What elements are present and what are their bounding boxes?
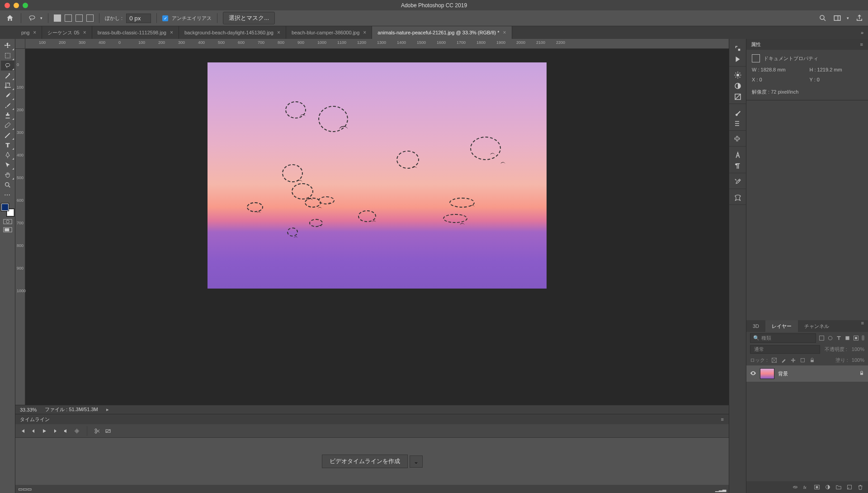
brush-presets-icon[interactable] [734, 109, 742, 117]
search-icon[interactable] [819, 14, 827, 22]
tab-channels[interactable]: チャンネル [798, 320, 835, 332]
move-tool[interactable] [1, 41, 14, 51]
libraries-panel-icon[interactable] [734, 194, 742, 202]
zoom-readout[interactable]: 33.33% [20, 407, 37, 412]
filter-shape-icon[interactable] [844, 335, 850, 341]
select-subtract-icon[interactable] [75, 14, 83, 22]
layer-thumbnail[interactable] [760, 368, 774, 379]
eraser-tool[interactable] [1, 120, 14, 130]
brightness-panel-icon[interactable] [734, 71, 742, 79]
filter-pixel-icon[interactable] [819, 335, 825, 341]
layer-name[interactable]: 背景 [778, 370, 855, 377]
zoom-slider[interactable]: ▁▂▃ [715, 486, 726, 492]
clone-source-icon[interactable] [734, 135, 742, 143]
hand-tool[interactable] [1, 170, 14, 180]
filter-type-icon[interactable] [836, 335, 842, 341]
opacity-value[interactable]: 100% [852, 346, 864, 352]
character-panel-icon[interactable] [734, 151, 742, 159]
timeline-type-chevron-icon[interactable]: ⌄ [410, 455, 423, 468]
close-icon[interactable]: × [83, 29, 86, 36]
edit-toolbar-button[interactable]: ⋯ [1, 190, 14, 200]
group-icon[interactable] [835, 484, 842, 490]
tool-preset-chevron-icon[interactable]: ▾ [40, 16, 42, 20]
tab-beach-bg[interactable]: background-beach-daylight-1451360.jpg× [179, 26, 286, 39]
magic-wand-tool[interactable] [1, 71, 14, 81]
lasso-tool[interactable] [1, 61, 14, 71]
scissors-icon[interactable] [94, 428, 100, 434]
filter-adjust-icon[interactable] [827, 335, 833, 341]
play-icon[interactable] [42, 428, 47, 434]
layer-row-background[interactable]: 背景 [746, 365, 868, 382]
paragraph-panel-icon[interactable] [734, 162, 742, 170]
crop-tool[interactable] [1, 81, 14, 90]
lock-paint-icon[interactable] [781, 357, 787, 363]
pen-tool[interactable] [1, 150, 14, 160]
lasso-tool-icon[interactable] [27, 13, 38, 24]
tab-sequence[interactable]: シーケンス 05× [42, 26, 92, 39]
styles-panel-icon[interactable] [734, 93, 742, 101]
fill-value[interactable]: 100% [852, 357, 864, 363]
link-layers-icon[interactable] [792, 484, 798, 490]
marquee-tool[interactable] [1, 51, 14, 61]
history-panel-icon[interactable] [734, 44, 742, 52]
select-new-icon[interactable] [54, 14, 61, 22]
close-icon[interactable]: × [363, 29, 366, 36]
close-icon[interactable]: × [170, 29, 173, 36]
lock-artboard-icon[interactable] [800, 357, 806, 363]
panel-menu-icon[interactable]: ≡ [721, 417, 724, 422]
trash-icon[interactable] [857, 484, 863, 490]
maximize-window-button[interactable] [23, 3, 28, 8]
path-select-tool[interactable] [1, 160, 14, 170]
select-and-mask-button[interactable]: 選択とマスク... [223, 12, 275, 24]
document-image[interactable]: ︵︵︵︵︵︵︵︵︵︵︵︵︵︵︵ [208, 62, 547, 289]
close-window-button[interactable] [5, 3, 10, 8]
filter-smart-icon[interactable] [853, 335, 859, 341]
create-video-timeline-button[interactable]: ビデオタイムラインを作成 [322, 455, 408, 468]
fx-icon[interactable]: fx [803, 484, 809, 490]
tab-animals[interactable]: animals-nature-peaceful-21261.jpg @ 33.3… [372, 26, 512, 39]
foreground-color[interactable] [1, 204, 9, 211]
convert-frames-icon[interactable]: ▭▭▭ [18, 486, 32, 492]
brush-settings-icon[interactable] [734, 119, 742, 128]
antialias-checkbox[interactable]: ✓ [162, 15, 168, 21]
color-swatches[interactable] [1, 204, 14, 216]
tab-overflow-button[interactable]: » [856, 26, 868, 39]
audio-icon[interactable] [63, 428, 69, 434]
lock-all-icon[interactable] [809, 357, 815, 363]
minimize-window-button[interactable] [14, 3, 19, 8]
file-size-readout[interactable]: ファイル : 51.3M/51.3M [45, 406, 98, 413]
eyedropper-tool[interactable] [1, 90, 14, 100]
workspace-icon[interactable] [833, 14, 841, 22]
gradient-tool[interactable] [1, 130, 14, 140]
quickmask-toggle[interactable] [3, 219, 12, 224]
filter-toggle[interactable] [862, 335, 864, 341]
workspace-chevron-icon[interactable]: ▾ [847, 16, 849, 20]
zoom-tool[interactable] [1, 180, 14, 190]
tab-png[interactable]: png× [16, 26, 42, 39]
settings-gear-icon[interactable] [74, 428, 80, 434]
go-first-icon[interactable] [20, 428, 25, 434]
visibility-toggle-icon[interactable] [750, 370, 756, 377]
mask-icon[interactable] [814, 484, 820, 490]
panel-menu-icon[interactable]: ≡ [858, 320, 868, 332]
status-chevron-icon[interactable]: ▸ [106, 407, 109, 412]
prev-frame-icon[interactable] [31, 428, 36, 434]
lock-pixels-icon[interactable] [771, 357, 777, 363]
horizontal-ruler[interactable]: 1002003004000100200300400500600700800900… [25, 39, 729, 49]
tab-3d[interactable]: 3D [746, 320, 765, 332]
canvas[interactable]: ︵︵︵︵︵︵︵︵︵︵︵︵︵︵︵ [25, 49, 729, 405]
select-add-icon[interactable] [65, 14, 72, 22]
select-intersect-icon[interactable] [86, 14, 94, 22]
share-icon[interactable] [855, 14, 863, 22]
adjust-panel-icon[interactable] [734, 82, 742, 90]
tab-layers[interactable]: レイヤー [765, 320, 798, 332]
tools-panel-icon[interactable] [734, 178, 742, 186]
ruler-origin[interactable] [15, 39, 25, 49]
transition-icon[interactable] [105, 428, 111, 434]
tab-brass[interactable]: brass-bulb-classic-1112598.jpg× [92, 26, 179, 39]
brush-tool[interactable] [1, 100, 14, 110]
close-icon[interactable]: × [503, 29, 506, 36]
panel-menu-icon[interactable]: ≡ [860, 42, 863, 47]
home-icon[interactable] [5, 13, 15, 24]
feather-input[interactable] [126, 14, 151, 23]
